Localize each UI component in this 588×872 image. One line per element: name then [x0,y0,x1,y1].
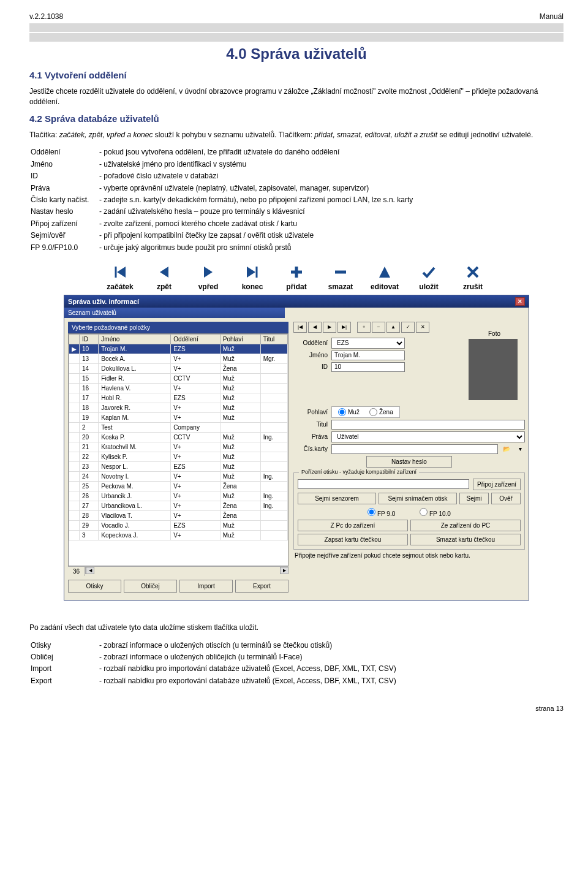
label-karta: Čís.karty [293,445,328,452]
toolbar-label: zpět [157,282,172,291]
scroll-left-icon[interactable]: ◀ [86,567,94,574]
device-to-pc-button[interactable]: Ze zařízení do PC [410,520,521,531]
radio-muz[interactable]: Muž [338,408,360,416]
table-row[interactable]: 27Urbancikova L.V+ŽenaIng. [69,501,288,510]
radio-zena[interactable]: Žena [369,408,393,416]
table-row[interactable]: 21Kratochvil M.V+Muž [69,442,288,452]
table-row[interactable]: ▶10Trojan M.EZSMuž [69,344,288,354]
def-val: - rozbalí nabídku pro exportování databá… [99,676,562,686]
col-header[interactable]: Pohlaví [220,334,260,344]
nav-next-icon[interactable]: ▶ [323,322,336,333]
table-row[interactable]: 29Vocadlo J.EZSMuž [69,520,288,530]
connect-device-button[interactable]: Připoj zařízení [473,479,521,490]
table-row[interactable]: 24Novotny I.V+MužIng. [69,471,288,481]
nav-prev-icon[interactable]: ◀ [308,322,322,333]
radio-fp90[interactable]: FP 9.0 [368,508,395,517]
toolbar-editovat[interactable]: editovat [368,263,402,291]
dropdown-icon[interactable]: ▾ [515,444,525,454]
id-input[interactable] [331,362,405,372]
sejmi-button[interactable]: Sejmi [459,493,489,504]
table-row[interactable]: 14Dokulilova L.V+Žena [69,363,288,373]
def-val: - při připojení kompatibilní čtečky lze … [99,230,562,241]
table-row[interactable]: 13Bocek A.V+MužMgr. [69,354,288,363]
oddeleni-select[interactable]: EZS [331,338,405,349]
otisky-button[interactable]: Otisky [68,580,121,593]
karta-input[interactable] [331,444,498,454]
section-heading: 4.1 Vytvoření oddělení [29,70,564,80]
def-key: Oddělení [31,147,98,157]
table-row[interactable]: 20Koska P.CCTVMužIng. [69,432,288,442]
def-val: - určuje jaký algoritmus bude použit pro… [99,243,562,253]
toolbar-vpřed[interactable]: vpřed [191,263,225,291]
note-text: Připojte nejdříve zařízení pokud chcete … [293,550,525,561]
table-row[interactable]: 17Hobl R.EZSMuž [69,393,288,403]
doc-type: Manuál [540,12,564,21]
over-button[interactable]: Ověř [491,493,521,504]
def-key: Import [31,664,98,674]
def-key: Číslo karty načíst. [31,195,98,205]
radio-fp100[interactable]: FP 10.0 [420,508,451,517]
toolbar: začátekzpětvpředkonecpřidatsmazateditova… [29,263,564,291]
def-key: Práva [31,183,98,194]
folder-icon[interactable]: 📂 [502,444,511,454]
table-row[interactable]: 25Peckova M.V+Žena [69,481,288,491]
editovat-icon [375,263,394,281]
device-input[interactable] [298,479,469,489]
toolbar-smazat[interactable]: smazat [323,263,358,291]
table-row[interactable]: 15Fidler R.CCTVMuž [69,373,288,383]
table-row[interactable]: 19Kaplan M.V+Muž [69,412,288,422]
sejmi-snimac-button[interactable]: Sejmi snímačem otisk [379,493,457,504]
table-row[interactable]: 2TestCompany [69,422,288,432]
table-row[interactable]: 16Havlena V.V+Muž [69,383,288,393]
smazat-icon [331,263,350,281]
import-button[interactable]: Import [179,580,233,593]
toolbar-zpět[interactable]: zpět [147,263,181,291]
začátek-icon [111,263,129,281]
table-row[interactable]: 28Vlacilova T.V+Žena [69,510,288,520]
table-row[interactable]: 26Urbancik J.V+MužIng. [69,491,288,501]
delete-card-button[interactable]: Smazat kartu čtečkou [410,534,521,545]
nav-last-icon[interactable]: ▶| [337,322,351,333]
col-header[interactable]: ID [80,334,99,344]
toolbar-konec[interactable]: konec [235,263,270,291]
toolbar-začátek[interactable]: začátek [103,263,137,291]
toolbar-uložit[interactable]: uložit [412,263,446,291]
scrollbar-horizontal[interactable]: ◀ ▶ [85,567,288,574]
sejmi-senzor-button[interactable]: Sejmi senzorem [298,493,376,504]
zpět-icon [155,263,173,281]
export-button[interactable]: Export [235,580,288,593]
table-row[interactable]: 22Kylisek P.V+Muž [69,452,288,461]
write-card-button[interactable]: Zapsat kartu čtečkou [298,534,408,545]
toolbar-label: smazat [328,282,353,291]
password-button[interactable]: Nastav heslo [366,456,452,468]
prava-select[interactable]: Uživatel [331,431,525,442]
jmeno-input[interactable] [331,351,405,360]
nav-save-icon[interactable]: ✓ [401,322,415,333]
toolbar-zrušit[interactable]: zrušit [456,263,490,291]
scroll-right-icon[interactable]: ▶ [280,567,288,574]
nav-add-icon[interactable]: + [357,322,371,333]
nav-edit-icon[interactable]: ▲ [386,322,400,333]
def-val: - vyberte oprávnění uživatele (neplatný,… [99,183,562,194]
obličej-button[interactable]: Obličej [124,580,177,593]
nav-first-icon[interactable]: |◀ [293,322,307,333]
nav-cancel-icon[interactable]: ✕ [416,322,429,333]
table-row[interactable]: 23Nespor L.EZSMuž [69,461,288,471]
col-header[interactable]: Oddělení [171,334,221,344]
close-icon[interactable]: ✕ [515,297,525,306]
nav-delete-icon[interactable]: − [372,322,385,333]
col-header[interactable]: Titul [260,334,287,344]
user-table[interactable]: IDJménoOdděleníPohlavíTitul▶10Trojan M.E… [68,333,288,566]
table-row[interactable]: 3Kopeckova J.V+Muž [69,530,288,540]
table-row[interactable]: 18Javorek R.V+Muž [69,403,288,412]
zrušit-icon [464,263,482,281]
def-val: - zobrazí informace o uložených obličejí… [99,652,562,662]
col-header[interactable]: Jméno [99,334,171,344]
titul-input[interactable] [331,420,525,430]
pc-to-device-button[interactable]: Z Pc do zařízení [298,520,408,531]
def-val: - pokud jsou vytvořena oddělení, lze při… [99,147,562,157]
photo-placeholder[interactable] [469,339,518,400]
toolbar-přidat[interactable]: přidat [279,263,314,291]
version-text: v.2.2.1038 [29,12,63,21]
def-val: - zvolte zařízení, pomocí kterého chcete… [99,219,562,229]
